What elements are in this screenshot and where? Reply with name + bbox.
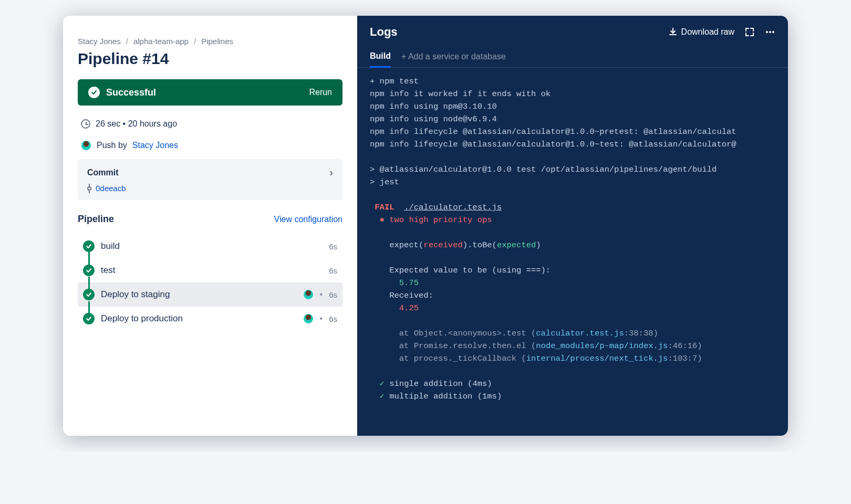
- pipeline-heading: Pipeline: [78, 214, 114, 225]
- separator-dot: •: [319, 313, 323, 324]
- step-label: Deploy to production: [101, 313, 297, 324]
- svg-point-0: [766, 31, 768, 33]
- breadcrumb-repo[interactable]: alpha-team-app: [133, 37, 189, 46]
- log-line: [370, 251, 775, 264]
- log-line: [370, 151, 775, 163]
- step-duration: 6s: [329, 314, 337, 323]
- tab-build[interactable]: Build: [370, 46, 391, 68]
- log-line: [370, 188, 775, 201]
- check-icon: [83, 289, 95, 300]
- log-line: npm info lifecycle @atlassian/calculator…: [370, 125, 775, 138]
- push-by-label: Push by: [97, 141, 127, 150]
- log-line: 4.25: [370, 302, 775, 314]
- log-line: npm info lifecycle @atlassian/calculator…: [370, 138, 775, 151]
- log-line: npm info it worked if it ends with ok: [370, 88, 775, 100]
- log-line: + npm test: [370, 75, 775, 88]
- log-line: > jest: [370, 176, 775, 188]
- log-line: [370, 314, 775, 327]
- commit-icon: [87, 186, 91, 191]
- step-label: build: [101, 241, 323, 251]
- author-link[interactable]: Stacy Jones: [132, 141, 178, 150]
- download-icon: [669, 28, 677, 36]
- pipeline-step[interactable]: test6s: [78, 258, 343, 282]
- commit-heading: Commit: [87, 168, 119, 177]
- view-configuration-link[interactable]: View configuration: [274, 215, 343, 224]
- pipeline-section-header: Pipeline View configuration: [78, 214, 343, 225]
- logs-header: Logs Download raw: [357, 16, 788, 46]
- page-title: Pipeline #14: [78, 50, 343, 68]
- more-icon[interactable]: [765, 27, 775, 37]
- breadcrumb-user[interactable]: Stacy Jones: [78, 37, 121, 46]
- clock-icon: [81, 119, 90, 129]
- pipeline-step[interactable]: Deploy to staging•6s: [78, 282, 343, 307]
- log-line: [370, 226, 775, 239]
- avatar: [304, 290, 313, 299]
- svg-point-1: [769, 31, 771, 33]
- log-line: > @atlassian/calculator@1.0.0 test /opt/…: [370, 163, 775, 176]
- status-label: Successful: [106, 87, 156, 98]
- breadcrumb-sep: /: [194, 37, 196, 46]
- commit-hash-row[interactable]: 0deeacb: [87, 184, 333, 193]
- logs-title: Logs: [370, 25, 658, 39]
- duration-row: 26 sec • 20 hours ago: [78, 116, 343, 132]
- logs-tabs: Build + Add a service or database: [357, 46, 788, 68]
- status-banner: Successful Rerun: [78, 79, 343, 106]
- avatar: [304, 314, 313, 323]
- rerun-button[interactable]: Rerun: [309, 88, 332, 97]
- svg-point-2: [772, 31, 774, 33]
- log-line: FAIL ./calculator.test.js: [370, 201, 775, 214]
- separator-dot: •: [319, 289, 323, 300]
- breadcrumb-sep: /: [126, 37, 128, 46]
- check-icon: [83, 240, 95, 252]
- log-line: Expected value to be (using ===):: [370, 264, 775, 277]
- pipeline-step[interactable]: Deploy to production•6s: [78, 307, 343, 331]
- log-line: npm info using npm@3.10.10: [370, 100, 775, 113]
- check-icon: [83, 265, 95, 276]
- commit-box[interactable]: Commit 0deeacb: [78, 159, 343, 200]
- duration-text: 26 sec • 20 hours ago: [96, 119, 177, 129]
- step-duration: 6s: [329, 290, 337, 299]
- log-line: expect(received).toBe(expected): [370, 239, 775, 251]
- log-line: ● two high priority ops: [370, 214, 775, 226]
- pipeline-step[interactable]: build6s: [78, 234, 343, 258]
- commit-hash: 0deeacb: [96, 184, 126, 193]
- log-line: [370, 365, 775, 377]
- avatar: [81, 140, 91, 151]
- app-window: Stacy Jones / alpha-team-app / Pipelines…: [63, 16, 788, 436]
- log-line: npm info using node@v6.9.4: [370, 113, 775, 125]
- logs-panel: Logs Download raw Build + Add a service …: [357, 16, 788, 436]
- log-line: at Object.<anonymous>.test (calculator.t…: [370, 327, 775, 340]
- step-duration: 6s: [329, 266, 337, 275]
- expand-icon[interactable]: [745, 27, 754, 37]
- breadcrumb-section[interactable]: Pipelines: [201, 37, 233, 46]
- chevron-right-icon: [329, 166, 333, 178]
- step-label: test: [101, 265, 323, 276]
- check-icon: [88, 87, 100, 98]
- breadcrumb: Stacy Jones / alpha-team-app / Pipelines: [78, 37, 343, 46]
- log-line: at Promise.resolve.then.el (node_modules…: [370, 340, 775, 352]
- check-icon: [83, 313, 95, 324]
- download-raw-button[interactable]: Download raw: [669, 27, 734, 37]
- tab-add-service[interactable]: + Add a service or database: [401, 47, 506, 67]
- log-line: ✓ single addition (4ms): [370, 377, 775, 390]
- pipeline-detail-panel: Stacy Jones / alpha-team-app / Pipelines…: [63, 16, 357, 436]
- log-output[interactable]: + npm testnpm info it worked if it ends …: [357, 68, 788, 436]
- author-row: Push by Stacy Jones: [78, 137, 343, 154]
- step-label: Deploy to staging: [101, 289, 297, 300]
- log-line: ✓ multiple addition (1ms): [370, 390, 775, 403]
- log-line: at process._tickCallback (internal/proce…: [370, 352, 775, 365]
- download-raw-label: Download raw: [681, 27, 734, 37]
- pipeline-steps: build6stest6sDeploy to staging•6sDeploy …: [78, 234, 343, 331]
- step-duration: 6s: [329, 242, 337, 251]
- log-line: 5.75: [370, 277, 775, 289]
- log-line: Received:: [370, 289, 775, 302]
